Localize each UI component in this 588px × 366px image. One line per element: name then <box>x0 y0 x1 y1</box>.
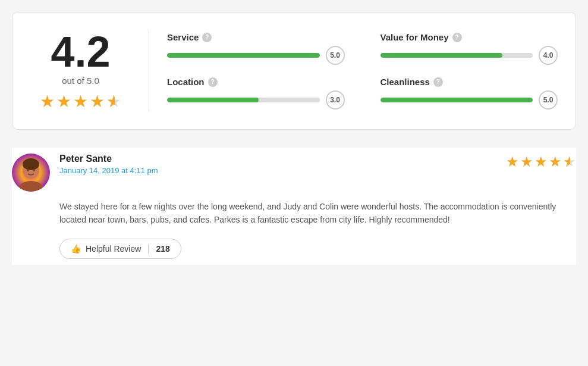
star-4: ★ <box>90 92 105 111</box>
category-service-name: Service <box>167 32 199 42</box>
overall-stars: ★ ★ ★ ★ ★ <box>40 92 121 111</box>
service-bar-row: 5.0 <box>167 46 345 65</box>
category-value-name: Value for Money <box>381 32 449 42</box>
value-help-icon[interactable]: ? <box>452 33 462 42</box>
cleanliness-score: 5.0 <box>539 90 558 110</box>
service-help-icon[interactable]: ? <box>202 33 212 42</box>
cleanliness-bar-fill <box>381 98 533 102</box>
category-value-header: Value for Money ? <box>381 32 558 42</box>
svg-point-6 <box>33 169 35 171</box>
star-1: ★ <box>40 92 55 111</box>
helpful-divider <box>148 244 149 254</box>
location-help-icon[interactable]: ? <box>208 77 218 87</box>
reviewer-name: Peter Sante <box>59 154 496 164</box>
service-score: 5.0 <box>326 46 345 65</box>
category-location-name: Location <box>167 77 205 87</box>
review-header: Peter Sante January 14, 2019 at 4:11 pm … <box>12 154 576 192</box>
value-score: 4.0 <box>539 46 558 65</box>
score-number: 4.2 <box>51 30 110 73</box>
value-bar-fill <box>381 53 502 58</box>
category-service-header: Service ? <box>167 32 345 42</box>
location-bar-track <box>167 98 320 102</box>
avatar-image <box>12 154 50 192</box>
reviewer-info: Peter Sante January 14, 2019 at 4:11 pm <box>59 154 496 175</box>
helpful-review-button[interactable]: 👍 Helpful Review 218 <box>59 239 181 259</box>
star-3: ★ <box>73 92 88 111</box>
category-value: Value for Money ? 4.0 <box>381 32 558 65</box>
value-bar-row: 4.0 <box>381 46 558 65</box>
review-star-1: ★ <box>506 154 519 170</box>
review-date: January 14, 2019 at 4:11 pm <box>59 166 496 175</box>
service-bar-fill <box>167 53 320 58</box>
service-bar-track <box>167 53 320 58</box>
category-service: Service ? 5.0 <box>167 32 345 65</box>
review-star-3: ★ <box>534 154 548 170</box>
helpful-count: 218 <box>156 244 169 254</box>
cleanliness-bar-row: 5.0 <box>381 90 558 110</box>
star-5-half: ★ <box>106 92 121 111</box>
review-body: We stayed here for a few nights over the… <box>12 200 576 227</box>
category-cleanliness: Cleanliness ? 5.0 <box>381 77 558 110</box>
location-score: 3.0 <box>326 90 345 110</box>
location-bar-fill <box>167 98 259 102</box>
review-star-2: ★ <box>520 154 533 170</box>
reviewer-avatar <box>12 154 50 192</box>
cleanliness-help-icon[interactable]: ? <box>433 77 443 87</box>
location-bar-row: 3.0 <box>167 90 345 110</box>
value-bar-track <box>381 53 533 58</box>
thumbs-up-icon: 👍 <box>71 244 81 254</box>
cleanliness-bar-track <box>381 98 533 102</box>
score-label: out of 5.0 <box>62 76 99 86</box>
svg-point-5 <box>27 169 29 171</box>
category-location-header: Location ? <box>167 77 345 87</box>
review-star-4: ★ <box>549 154 562 170</box>
review-stars: ★ ★ ★ ★ ★ <box>506 154 576 170</box>
overall-score-section: 4.2 out of 5.0 ★ ★ ★ ★ ★ <box>30 30 149 111</box>
star-2: ★ <box>56 92 71 111</box>
ratings-card: 4.2 out of 5.0 ★ ★ ★ ★ ★ Service ? 5.0 <box>12 12 576 130</box>
svg-point-3 <box>23 158 39 170</box>
category-location: Location ? 3.0 <box>167 77 345 110</box>
category-cleanliness-header: Cleanliness ? <box>381 77 558 87</box>
category-cleanliness-name: Cleanliness <box>381 77 430 87</box>
helpful-label: Helpful Review <box>86 244 141 254</box>
review-card: Peter Sante January 14, 2019 at 4:11 pm … <box>12 148 576 265</box>
review-star-5-half: ★ <box>563 154 576 170</box>
categories-grid: Service ? 5.0 Value for Money ? 4.0 <box>167 32 558 110</box>
